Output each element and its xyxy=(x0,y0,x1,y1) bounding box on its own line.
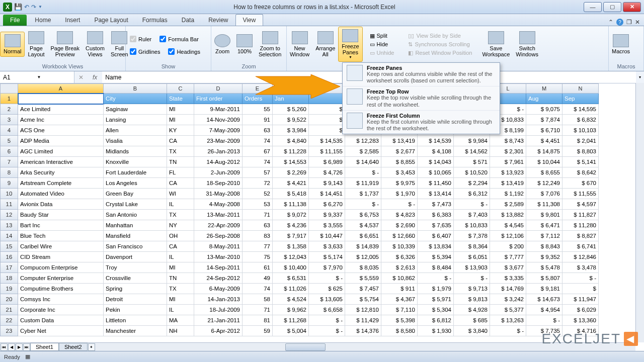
cell[interactable]: Knoxville xyxy=(104,157,167,167)
cell[interactable]: $ 4,108 xyxy=(418,146,454,157)
cell[interactable]: $ 10,103 xyxy=(562,125,599,136)
window-restore-icon[interactable]: ❐ xyxy=(626,19,632,26)
cell[interactable]: Littleton xyxy=(104,315,167,326)
cell[interactable]: $ xyxy=(309,115,345,125)
cell[interactable]: $ 2,269 xyxy=(273,167,309,178)
cell[interactable]: $ 4,823 xyxy=(381,210,418,220)
header-cell[interactable]: Orders xyxy=(243,94,273,104)
row-header[interactable]: 19 xyxy=(0,284,18,294)
cell[interactable]: $ 11,308 xyxy=(526,199,562,210)
cell[interactable]: ACS One xyxy=(18,125,104,136)
cell[interactable]: 61 xyxy=(243,262,273,273)
cell[interactable]: $ 7,874 xyxy=(526,115,562,125)
cell[interactable]: Saginaw xyxy=(104,104,167,115)
cell[interactable]: TN xyxy=(167,273,194,284)
cell[interactable]: Lansing xyxy=(104,115,167,125)
cell[interactable]: $ - xyxy=(381,199,418,210)
cell[interactable]: $ 14,673 xyxy=(526,294,562,305)
cell[interactable]: $ 14,539 xyxy=(418,136,454,146)
macros-button[interactable]: Macros xyxy=(609,32,633,56)
cell[interactable]: 63 xyxy=(243,220,273,231)
sheet-tab[interactable]: Sheet1 xyxy=(30,343,59,351)
cell[interactable]: $ 13,923 xyxy=(490,167,526,178)
cell[interactable]: $ 911 xyxy=(381,284,418,294)
cell[interactable]: $ 2,041 xyxy=(562,136,599,146)
cell[interactable]: $ 7,917 xyxy=(273,231,309,241)
cell[interactable]: 21-Jan-2011 xyxy=(194,315,243,326)
new-sheet-button[interactable]: ✦ xyxy=(88,343,95,351)
col-header[interactable]: E xyxy=(243,83,273,94)
cell[interactable]: $ 13,605 xyxy=(309,294,345,305)
hide-button[interactable]: ▭Hide xyxy=(366,41,398,48)
cell[interactable]: $ 5,004 xyxy=(273,326,309,336)
cell[interactable]: $ 2,589 xyxy=(490,199,526,210)
window-close-icon[interactable]: ✕ xyxy=(635,19,640,26)
cell[interactable]: $ 3,453 xyxy=(381,167,418,178)
cell[interactable]: $ 6,531 xyxy=(273,273,309,284)
cell[interactable]: CA xyxy=(167,136,194,146)
cell[interactable]: ADP Media xyxy=(18,136,104,146)
switch-windows-button[interactable]: Switch Windows xyxy=(513,29,541,59)
qat-dropdown-icon[interactable]: ▼ xyxy=(38,5,42,9)
cell[interactable]: $ 9,181 xyxy=(526,284,562,294)
cell[interactable]: Ace Limited xyxy=(18,104,104,115)
row-header[interactable]: 13 xyxy=(0,220,18,231)
cell[interactable]: Baudy Star xyxy=(18,210,104,220)
ruler-checkbox[interactable]: Ruler xyxy=(126,35,155,43)
cell[interactable]: $ - xyxy=(454,199,490,210)
cell[interactable]: $ 4,451 xyxy=(526,136,562,146)
row-header[interactable]: 21 xyxy=(0,305,18,315)
tab-page-layout[interactable]: Page Layout xyxy=(87,15,135,26)
cell[interactable]: $ 8,743 xyxy=(490,136,526,146)
cell[interactable]: 13-Mar-2010 xyxy=(194,252,243,262)
cell[interactable]: $ 5,398 xyxy=(381,315,418,326)
new-window-button[interactable]: New Window xyxy=(287,29,312,59)
reset-position-button[interactable]: ◧Reset Window Position xyxy=(404,49,476,57)
cell[interactable]: $ 10,044 xyxy=(526,157,562,167)
tab-view[interactable]: View xyxy=(235,14,264,26)
close-button[interactable]: ✕ xyxy=(623,2,641,12)
col-header[interactable]: B xyxy=(104,83,167,94)
cell[interactable]: Midlands xyxy=(104,146,167,157)
cell[interactable]: Automated Video xyxy=(18,189,104,199)
cell[interactable]: $ 14,553 xyxy=(273,157,309,167)
cell[interactable]: $ 1,930 xyxy=(418,326,454,336)
cell[interactable]: $ 10,520 xyxy=(454,167,490,178)
cell[interactable]: CA xyxy=(167,241,194,252)
cell[interactable]: $ 11,919 xyxy=(345,178,381,189)
cell[interactable]: $ 5,394 xyxy=(418,252,454,262)
col-header[interactable]: A xyxy=(18,83,104,94)
cell[interactable]: $ 6,407 xyxy=(418,231,454,241)
cell[interactable]: $ - xyxy=(490,326,526,336)
cell[interactable]: $ 9,352 xyxy=(526,252,562,262)
cell[interactable]: $ 6,471 xyxy=(526,220,562,231)
side-by-side-button[interactable]: ▯▯View Side by Side xyxy=(404,32,476,40)
cell[interactable]: $ 9,713 xyxy=(454,284,490,294)
cell[interactable]: $ 14,562 xyxy=(454,146,490,157)
cell[interactable]: $ 4,597 xyxy=(562,199,599,210)
page-layout-button[interactable]: Page Layout xyxy=(25,29,47,59)
cell[interactable]: 18-Jul-2009 xyxy=(194,305,243,315)
cell[interactable]: Custom Data xyxy=(18,315,104,326)
row-header[interactable]: 3 xyxy=(0,115,18,125)
cell[interactable]: Corporate Inc xyxy=(18,305,104,315)
cell[interactable]: $ 2,690 xyxy=(381,220,418,231)
cell[interactable]: 8-May-2011 xyxy=(194,241,243,252)
cell[interactable]: $ 11,555 xyxy=(562,189,599,199)
col-header[interactable]: D xyxy=(194,83,243,94)
row-header[interactable]: 16 xyxy=(0,252,18,262)
header-cell[interactable]: Sep xyxy=(562,94,599,104)
cell[interactable]: Artstream Complete xyxy=(18,178,104,189)
cell[interactable]: NH xyxy=(167,326,194,336)
header-cell[interactable]: Jan xyxy=(273,94,309,104)
cell[interactable]: $ 7,961 xyxy=(490,157,526,167)
cell[interactable]: $ 10,065 xyxy=(418,167,454,178)
row-header[interactable]: 14 xyxy=(0,231,18,241)
cell[interactable]: $ 12,043 xyxy=(273,252,309,262)
cell[interactable]: $ 14,875 xyxy=(526,146,562,157)
cell[interactable]: 74 xyxy=(243,284,273,294)
cell[interactable]: $ 11,947 xyxy=(562,294,599,305)
row-header[interactable]: 22 xyxy=(0,315,18,326)
cell[interactable]: $ 6,710 xyxy=(526,125,562,136)
cell[interactable]: $ 11,155 xyxy=(309,146,345,157)
